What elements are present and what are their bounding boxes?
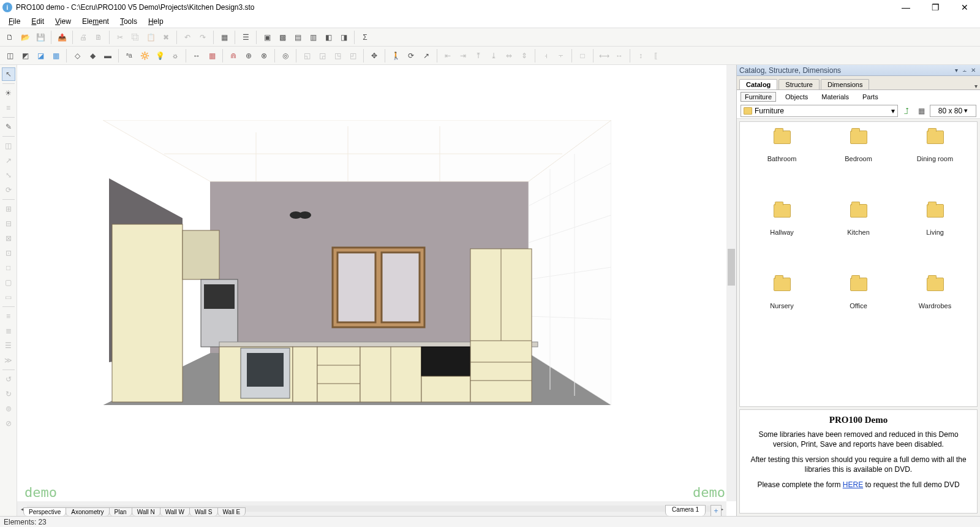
g4-icon[interactable]: ◰ — [345, 48, 360, 63]
lt-10-icon[interactable]: ⊡ — [2, 246, 15, 260]
menu-edit[interactable]: Edit — [26, 16, 49, 27]
catalog-item-wardrobes[interactable]: Wardrobes — [897, 278, 973, 351]
box-view-icon[interactable]: ▬ — [100, 48, 115, 63]
delete-icon[interactable]: ✖ — [159, 30, 173, 45]
minimize-button[interactable]: — — [897, 2, 915, 12]
lt-7-icon[interactable]: ⊞ — [2, 202, 15, 216]
select-tool-icon[interactable]: ↖ — [2, 67, 15, 81]
snap-4-icon[interactable]: ◎ — [278, 48, 293, 63]
tab-camera[interactable]: Camera 1 — [665, 505, 706, 516]
lt-15-icon[interactable]: ≣ — [2, 324, 15, 338]
lt-2-icon[interactable]: ≡ — [2, 101, 15, 115]
properties-icon[interactable]: ☰ — [238, 30, 253, 45]
lt-18-icon[interactable]: ↺ — [2, 373, 15, 386]
paste-icon[interactable]: 📋 — [143, 30, 158, 45]
up-folder-icon[interactable]: ⮥ — [900, 105, 913, 117]
cut-icon[interactable]: ✂ — [113, 30, 127, 45]
catalog-path-select[interactable]: Furniture ▾ — [741, 105, 898, 117]
tab-wall-e[interactable]: Wall E — [217, 507, 246, 516]
center-h-icon[interactable]: ⇔ — [502, 48, 516, 63]
tab-plan[interactable]: Plan — [109, 507, 132, 516]
text-icon[interactable]: ªa — [122, 48, 137, 63]
tab-dimensions[interactable]: Dimensions — [821, 79, 869, 89]
lt-14-icon[interactable]: ≡ — [2, 309, 15, 323]
catalog-item-kitchen[interactable]: Kitchen — [820, 204, 897, 278]
catalog-item-office[interactable]: Office — [820, 278, 897, 351]
subtab-materials[interactable]: Materials — [817, 92, 853, 102]
lt-13-icon[interactable]: ▭ — [2, 290, 15, 304]
open-file-icon[interactable]: 📂 — [18, 30, 32, 45]
snap-magnet-icon[interactable]: ⋒ — [226, 48, 241, 63]
human-icon[interactable]: 🚶 — [388, 48, 403, 63]
lt-6-icon[interactable]: ⟳ — [2, 183, 15, 197]
measure-v2-icon[interactable]: ⟦ — [649, 48, 663, 63]
dist-1-icon[interactable]: ⫞ — [538, 48, 553, 63]
tab-structure[interactable]: Structure — [778, 79, 820, 89]
lt-17-icon[interactable]: ≫ — [2, 354, 15, 367]
catalog-item-living[interactable]: Living — [897, 204, 973, 278]
subtab-parts[interactable]: Parts — [858, 92, 883, 102]
light-1-icon[interactable]: 🔆 — [137, 48, 152, 63]
light-3-icon[interactable]: ☼ — [168, 48, 183, 63]
wire-view-icon[interactable]: ◫ — [2, 48, 17, 63]
menu-help[interactable]: Help — [143, 16, 168, 27]
info-link-here[interactable]: HERE — [843, 480, 863, 489]
lt-16-icon[interactable]: ☰ — [2, 339, 15, 352]
align-t-icon[interactable]: ⤒ — [471, 48, 486, 63]
print-icon[interactable]: 🖨 — [76, 30, 91, 45]
tab-axonometry[interactable]: Axonometry — [66, 507, 109, 516]
catalog-item-dining[interactable]: Dining room — [897, 131, 973, 204]
close-button[interactable]: ✕ — [956, 2, 974, 12]
tab-wall-w[interactable]: Wall W — [160, 507, 190, 516]
catalog-item-bathroom[interactable]: Bathroom — [744, 131, 820, 204]
eyedropper-icon[interactable]: ✎ — [2, 120, 15, 134]
lt-8-icon[interactable]: ⊟ — [2, 217, 15, 230]
lt-3-icon[interactable]: ◫ — [2, 139, 15, 153]
panel-close-icon[interactable]: ✕ — [969, 67, 978, 74]
measure-s-icon[interactable]: ↔ — [612, 48, 627, 63]
sigma-icon[interactable]: Σ — [358, 30, 372, 45]
catalog-item-hallway[interactable]: Hallway — [744, 204, 820, 278]
thumbnail-size-select[interactable]: 80 x 80 ▾ — [930, 105, 976, 117]
subtab-objects[interactable]: Objects — [781, 92, 812, 102]
save-file-icon[interactable]: 💾 — [33, 30, 48, 45]
toggle-e-icon[interactable]: ◧ — [321, 30, 336, 45]
add-view-tab-button[interactable]: ＋ — [710, 505, 722, 516]
viewport[interactable]: demo demo Perspective Axonometry Plan Wa… — [17, 65, 736, 516]
solid-icon[interactable]: ◆ — [85, 48, 100, 63]
new-file-icon[interactable]: 🗋 — [2, 30, 17, 45]
measure-h-icon[interactable]: ⟷ — [597, 48, 611, 63]
move-tool-icon[interactable]: ✥ — [367, 48, 382, 63]
toggle-c-icon[interactable]: ▤ — [290, 30, 305, 45]
outline-icon[interactable]: ◇ — [70, 48, 85, 63]
tool-5-icon[interactable]: ▦ — [217, 30, 232, 45]
lt-4-icon[interactable]: ↗ — [2, 154, 15, 167]
redo-icon[interactable]: ↷ — [195, 30, 210, 45]
center-v-icon[interactable]: ⇕ — [517, 48, 532, 63]
menu-file[interactable]: File — [4, 16, 25, 27]
front-icon[interactable]: □ — [575, 48, 590, 63]
rotate-view-icon[interactable]: ⟳ — [404, 48, 418, 63]
grid-icon[interactable]: ▦ — [205, 48, 219, 63]
lt-11-icon[interactable]: □ — [2, 261, 15, 275]
toggle-f-icon[interactable]: ◨ — [336, 30, 351, 45]
catalog-item-nursery[interactable]: Nursery — [744, 278, 820, 351]
g3-icon[interactable]: ◳ — [330, 48, 345, 63]
subtab-furniture[interactable]: Furniture — [741, 92, 776, 102]
walk-icon[interactable]: ↗ — [419, 48, 434, 63]
align-r-icon[interactable]: ⇥ — [456, 48, 470, 63]
shade-view-icon[interactable]: ◪ — [33, 48, 48, 63]
hidden-line-icon[interactable]: ◩ — [18, 48, 32, 63]
copy-icon[interactable]: ⿻ — [128, 30, 143, 45]
panel-pin-icon[interactable]: ⫠ — [960, 67, 969, 74]
lt-5-icon[interactable]: ⤡ — [2, 169, 15, 182]
measure-v-icon[interactable]: ↕ — [633, 48, 648, 63]
view-mode-icon[interactable]: ▦ — [915, 105, 927, 117]
tab-wall-n[interactable]: Wall N — [132, 507, 160, 516]
print-preview-icon[interactable]: 🗎 — [91, 30, 106, 45]
snap-2-icon[interactable]: ⊕ — [241, 48, 256, 63]
toggle-d-icon[interactable]: ▥ — [306, 30, 320, 45]
lt-21-icon[interactable]: ⊘ — [2, 417, 15, 430]
align-l-icon[interactable]: ⇤ — [440, 48, 455, 63]
dist-2-icon[interactable]: ⫟ — [554, 48, 568, 63]
